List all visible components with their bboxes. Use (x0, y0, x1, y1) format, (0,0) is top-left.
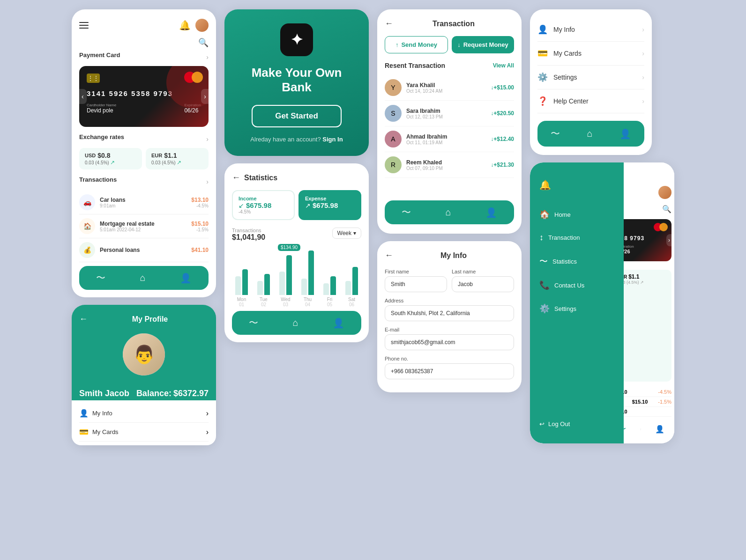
bar-pair-thu (301, 243, 314, 295)
yara-date: Oct 14, 10:24 AM (406, 88, 486, 94)
side-menu-transaction[interactable]: ↕ Transaction (530, 226, 624, 249)
settings-my-info-icon: 👤 (537, 24, 548, 35)
bar-group-sat: Sat 06 (342, 243, 361, 307)
transaction-screen: ← Transaction ↑ Send Money ↓ Request Mon… (377, 9, 522, 234)
bar-wed-light (279, 272, 285, 295)
home-menu-label: Home (554, 211, 571, 218)
bar-fri-dark (330, 276, 336, 295)
nav-profile-icon[interactable]: 👤 (180, 273, 192, 284)
stats-nav-home-icon[interactable]: ⌂ (292, 317, 298, 328)
my-cards-chevron: › (206, 428, 209, 436)
avatar[interactable] (195, 19, 209, 32)
bar-fri-light (323, 283, 329, 295)
first-name-input[interactable] (385, 276, 447, 292)
settings-help-chevron: › (642, 97, 644, 105)
settings-my-info-left: 👤 My Info (537, 24, 575, 35)
stats-nav-profile-icon[interactable]: 👤 (333, 317, 344, 329)
nav-stats-icon[interactable]: 〜 (96, 272, 105, 284)
tx-nav-home-icon[interactable]: ⌂ (445, 207, 451, 218)
day-mon-label: Mon (237, 297, 246, 302)
request-money-button[interactable]: ↓ Request Money (452, 36, 514, 53)
settings-nav-profile-icon[interactable]: 👤 (619, 128, 631, 140)
settings-settings[interactable]: ⚙️ Settings › (537, 66, 644, 89)
transactions-chevron[interactable]: › (206, 178, 209, 185)
settings-my-info[interactable]: 👤 My Info › (537, 18, 644, 42)
usd-change: 0.03 (4.5%) (85, 160, 109, 165)
tx-nav-profile-icon[interactable]: 👤 (485, 207, 497, 218)
search-icon[interactable]: 🔍 (198, 38, 209, 47)
settings-nav-stats-icon[interactable]: 〜 (551, 127, 560, 140)
settings-my-cards[interactable]: 💳 My Cards › (537, 42, 644, 66)
stats-nav-stats-icon[interactable]: 〜 (249, 317, 258, 329)
side-nav-profile-icon[interactable]: 👤 (655, 425, 664, 434)
email-label: E-mail (385, 327, 514, 332)
my-info-back-arrow[interactable]: ← (385, 251, 393, 260)
last-name-input[interactable] (452, 276, 514, 292)
settings-nav-home-icon[interactable]: ⌂ (587, 128, 592, 139)
side-panel-card: 🔔 🏠 Home ↕ Transaction 〜 Statistics 📞 Co… (530, 162, 674, 443)
side-search-icon[interactable]: 🔍 (662, 205, 671, 213)
settings-my-info-chevron: › (642, 26, 644, 33)
menu-icon[interactable] (79, 22, 89, 29)
side-menu-statistics[interactable]: 〜 Statistics (530, 249, 624, 273)
bar-mon-dark (242, 269, 248, 295)
profile-menu-section: 👤 My Info › 💳 My Cards › (72, 400, 216, 445)
send-money-button[interactable]: ↑ Send Money (385, 36, 448, 53)
my-info-header: ← My Info (385, 251, 514, 260)
payment-card-chevron[interactable]: › (206, 53, 209, 61)
card-left-arrow[interactable]: ‹ (79, 89, 87, 104)
statistics-menu-icon: 〜 (539, 256, 548, 267)
card-holder-name: Devid pole (87, 107, 116, 114)
sara-name: Sara Ibrahim (406, 108, 486, 114)
nav-home-icon[interactable]: ⌂ (140, 273, 145, 283)
profile-info-row: Smith Jacob Balance: $6372.97 (79, 389, 209, 398)
email-input[interactable] (385, 334, 514, 350)
profile-my-cards[interactable]: 💳 My Cards › (79, 423, 209, 442)
home-menu-icon: 🏠 (539, 209, 550, 220)
side-bell-icon[interactable]: 🔔 (539, 179, 551, 191)
mortgage-info: Mortgage real estate 5:01am 2022-04-12 (100, 221, 186, 232)
app-header: 🔔 (79, 19, 209, 32)
side-menu-settings[interactable]: ⚙️ Settings (530, 297, 624, 320)
bar-pair-fri (323, 243, 336, 295)
settings-my-cards-chevron: › (642, 50, 644, 57)
exchange-chevron[interactable]: › (206, 135, 209, 143)
logout-item[interactable]: ↩ Log Out (530, 414, 624, 434)
view-all-link[interactable]: View All (493, 62, 514, 69)
mastercard-logo (184, 72, 203, 83)
mortgage-time: 5:01am 2022-04-12 (100, 227, 186, 232)
profile-my-cards-text: 💳 My Cards (79, 427, 119, 436)
phone-input[interactable] (385, 363, 514, 379)
usd-value: $0.8 (97, 152, 110, 159)
car-loans-amount-wrap: $13.10 -4.5% (191, 197, 209, 208)
logout-label: Log Out (548, 420, 570, 427)
profile-back-arrow[interactable]: ← (79, 314, 88, 324)
bank-signin-text: Alreday have an account? (250, 136, 321, 143)
transaction-back-arrow[interactable]: ← (385, 19, 393, 29)
settings-help-center[interactable]: ❓ Help Center › (537, 89, 644, 113)
my-cards-label: My Cards (92, 428, 119, 435)
bank-signin-link[interactable]: Sign In (322, 136, 343, 143)
address-input[interactable] (385, 305, 514, 321)
mini-card-arrow[interactable]: › (666, 234, 671, 246)
bar-pair-mon (235, 243, 248, 295)
reem-info: Reem Khaled Oct 07, 09:10 PM (406, 159, 486, 171)
notification-icon[interactable]: 🔔 (179, 20, 191, 31)
card-right-arrow[interactable]: › (201, 89, 209, 104)
side-menu-home[interactable]: 🏠 Home (530, 203, 624, 226)
personal-loans-name: Personal loans (100, 247, 186, 253)
side-nav-divider: | (640, 428, 641, 430)
side-menu-contact[interactable]: 📞 Contact Us (530, 273, 624, 297)
profile-my-info[interactable]: 👤 My Info › (79, 404, 209, 423)
day-thu-num: 04 (305, 302, 310, 307)
expense-box: Expense ↗ $675.98 (298, 190, 361, 220)
stats-back-arrow[interactable]: ← (232, 173, 240, 183)
mini-expiry-value: 06/26 (617, 249, 666, 254)
settings-help-icon: ❓ (537, 96, 548, 106)
week-selector[interactable]: Week ▾ (332, 228, 361, 239)
get-started-button[interactable]: Get Started (252, 105, 342, 127)
tx-nav-stats-icon[interactable]: 〜 (402, 206, 411, 219)
first-name-field: First name (385, 269, 447, 292)
side-avatar[interactable] (658, 186, 671, 199)
my-profile-card: ← My Profile 👨 Smith Jacob Balance: $637… (72, 305, 216, 445)
